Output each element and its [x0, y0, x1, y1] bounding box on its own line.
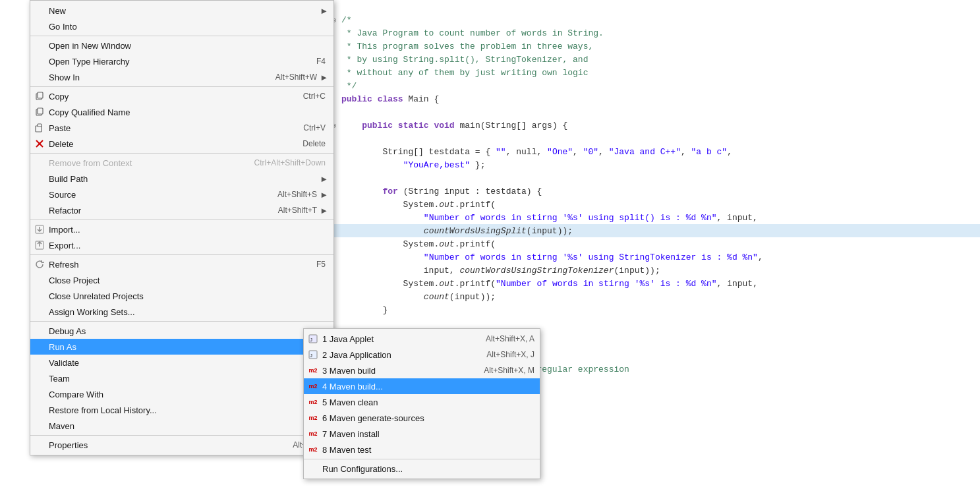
- menu-item-copy[interactable]: Copy Ctrl+C: [30, 88, 333, 104]
- copy-qualified-icon: [33, 105, 46, 119]
- restore-history-icon: [33, 403, 46, 417]
- menu-item-source[interactable]: Source Alt+Shift+S ►: [30, 187, 333, 202]
- menu-item-delete[interactable]: Delete Delete: [30, 136, 333, 152]
- separator: [30, 219, 333, 220]
- delete-icon: [33, 137, 46, 150]
- svg-rect-3: [38, 108, 43, 114]
- code-line: 15: [310, 171, 980, 185]
- code-line: 21 "Number of words in stirng '%s' using…: [310, 250, 980, 264]
- menu-item-import[interactable]: Import...: [30, 221, 333, 237]
- code-line: 24 count(input));: [310, 290, 980, 303]
- submenu-item-maven-generate-sources[interactable]: m2 6 Maven generate-sources: [304, 410, 540, 426]
- assign-working-sets-icon: [33, 305, 46, 318]
- code-line: 20 System.out.printf(: [310, 237, 980, 250]
- run-configurations-icon: [306, 462, 320, 475]
- maven-icon: [33, 419, 46, 432]
- menu-item-copy-qualified-name[interactable]: Copy Qualified Name: [30, 104, 333, 120]
- code-line: 17 System.out.printf(: [310, 198, 980, 211]
- properties-icon: [33, 438, 46, 451]
- menu-item-team[interactable]: Team ►: [30, 370, 333, 386]
- java-applet-icon: J: [306, 332, 320, 345]
- submenu-item-maven-clean[interactable]: m2 5 Maven clean: [304, 394, 540, 410]
- code-line: 11 ⊙ public static void main(String[] ar…: [310, 119, 980, 132]
- separator: [30, 254, 333, 255]
- menu-item-close-unrelated[interactable]: Close Unrelated Projects: [30, 288, 333, 304]
- close-project-icon: [33, 274, 46, 287]
- separator: [30, 86, 333, 87]
- m2-icon-4: m2: [306, 380, 320, 393]
- menu-item-run-as[interactable]: Run As ►: [30, 339, 333, 355]
- team-icon: [33, 372, 46, 385]
- menu-item-new[interactable]: New ►: [30, 3, 333, 18]
- menu-item-remove-from-context[interactable]: Remove from Context Ctrl+Alt+Shift+Down: [30, 155, 333, 171]
- code-line: 18 "Number of words in stirng '%s' using…: [310, 211, 980, 224]
- code-line: 4 * Java Program to count number of word…: [310, 26, 980, 40]
- code-line: 6 * by using String.split(), StringToken…: [310, 53, 980, 66]
- menu-item-close-project[interactable]: Close Project: [30, 272, 333, 288]
- remove-context-icon: [33, 156, 46, 169]
- m2-icon-8: m2: [306, 443, 320, 456]
- menu-item-validate[interactable]: Validate: [30, 355, 333, 370]
- build-path-icon: [33, 172, 46, 185]
- submenu-item-java-application[interactable]: J 2 Java Application Alt+Shift+X, J: [304, 347, 540, 363]
- separator: [30, 435, 333, 436]
- refresh-icon: [33, 258, 46, 271]
- menu-item-maven[interactable]: Maven ►: [30, 418, 333, 434]
- compare-with-icon: [33, 388, 46, 401]
- code-line: 8 */: [310, 79, 980, 92]
- menu-item-compare-with[interactable]: Compare With ►: [30, 386, 333, 402]
- run-as-icon: [33, 340, 46, 353]
- run-as-submenu: J 1 Java Applet Alt+Shift+X, A J 2 Java …: [303, 328, 540, 479]
- code-line: 14 "YouAre,best" };: [310, 158, 980, 171]
- menu-item-paste[interactable]: Paste Ctrl+V: [30, 120, 333, 136]
- m2-icon-7: m2: [306, 427, 320, 440]
- paste-icon: [33, 121, 46, 134]
- submenu-item-maven-test[interactable]: m2 8 Maven test: [304, 442, 540, 457]
- refactor-icon: [33, 204, 46, 217]
- menu-item-restore-local-history[interactable]: Restore from Local History...: [30, 402, 333, 418]
- java-application-icon: J: [306, 348, 320, 361]
- menu-item-show-in[interactable]: Show In Alt+Shift+W ►: [30, 69, 333, 85]
- import-icon: [33, 223, 46, 236]
- svg-text:J: J: [310, 353, 312, 359]
- submenu-item-run-configurations[interactable]: Run Configurations...: [304, 461, 540, 477]
- submenu-item-maven-build-dot[interactable]: m2 4 Maven build...: [304, 378, 540, 394]
- code-line: 26: [310, 316, 980, 330]
- menu-item-properties[interactable]: Properties Alt+Enter: [30, 437, 333, 453]
- submenu-item-maven-install[interactable]: m2 7 Maven install: [304, 426, 540, 442]
- menu-item-export[interactable]: Export...: [30, 237, 333, 253]
- menu-item-debug-as[interactable]: Debug As ►: [30, 323, 333, 339]
- close-unrelated-icon: [33, 289, 46, 303]
- code-line: 16 for (String input : testdata) {: [310, 185, 980, 198]
- code-line: 23 System.out.printf("Number of words in…: [310, 277, 980, 290]
- menu-item-assign-working-sets[interactable]: Assign Working Sets...: [30, 304, 333, 320]
- open-type-hierarchy-icon: [33, 55, 46, 68]
- menu-item-go-into[interactable]: Go Into: [30, 18, 333, 34]
- context-menu: New ► Go Into Open in New Window Open Ty…: [30, 0, 334, 455]
- show-in-icon: [33, 71, 46, 84]
- menu-item-open-new-window[interactable]: Open in New Window: [30, 38, 333, 53]
- export-icon: [33, 239, 46, 252]
- copy-icon: [33, 90, 46, 103]
- svg-text:J: J: [310, 337, 312, 343]
- menu-item-refresh[interactable]: Refresh F5: [30, 256, 333, 272]
- m2-icon-5: m2: [306, 395, 320, 409]
- code-line: 12: [310, 132, 980, 145]
- separator: [304, 459, 540, 459]
- menu-item-build-path[interactable]: Build Path ►: [30, 171, 333, 187]
- code-line: 5 * This program solves the problem in t…: [310, 40, 980, 53]
- new-icon: [33, 4, 46, 17]
- separator: [30, 153, 333, 154]
- validate-icon: [33, 356, 46, 369]
- submenu-item-maven-build[interactable]: m2 3 Maven build Alt+Shift+X, M: [304, 363, 540, 378]
- code-line: 10: [310, 105, 980, 119]
- submenu-item-java-applet[interactable]: J 1 Java Applet Alt+Shift+X, A: [304, 331, 540, 347]
- separator: [30, 321, 333, 322]
- svg-rect-5: [38, 124, 42, 127]
- code-line: 9 public class Main {: [310, 92, 980, 105]
- menu-item-refactor[interactable]: Refactor Alt+Shift+T ►: [30, 202, 333, 218]
- separator: [30, 36, 333, 36]
- menu-item-open-type-hierarchy[interactable]: Open Type Hierarchy F4: [30, 53, 333, 69]
- code-line: 7 * without any of them by just writing …: [310, 66, 980, 79]
- m2-icon-6: m2: [306, 411, 320, 424]
